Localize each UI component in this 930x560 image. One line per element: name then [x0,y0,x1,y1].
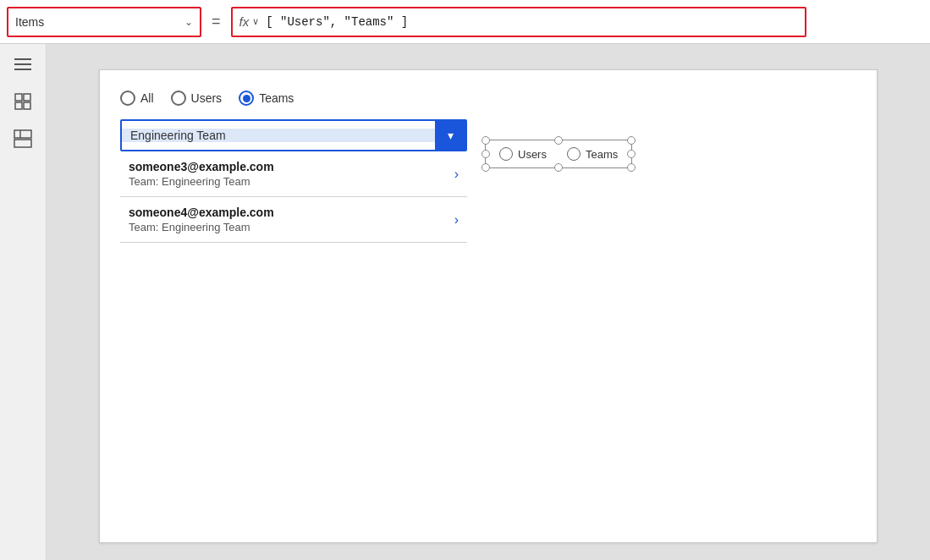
radio-teams-label: Teams [259,91,294,105]
radio-users-label: Users [191,91,223,105]
radio-circle-all [120,91,135,106]
handle-mid-right[interactable] [627,150,636,158]
svg-rect-7 [14,130,31,138]
list-item-1[interactable]: someone4@example.com Team: Engineering T… [120,197,467,243]
radio-users[interactable]: Users [171,91,223,106]
svg-rect-4 [24,94,30,101]
hamburger-icon[interactable] [13,54,33,74]
canvas-frame: All Users Teams Engineering Team ▾ [99,69,878,543]
team-select-label: Engineering Team [122,129,435,142]
handle-top-left[interactable] [482,136,490,145]
list-item-team-1: Team: Engineering Team [129,221,454,233]
items-dropdown-arrow: ⌄ [184,16,193,28]
equals-sign: = [212,13,221,30]
formula-value: [ "Users", "Teams" ] [266,15,408,29]
list-item-email-0: someone3@example.com [129,160,454,173]
radio-circle-users [171,91,186,106]
formula-bar[interactable]: fx ∨ [ "Users", "Teams" ] [231,7,806,37]
grid-icon[interactable] [13,129,33,149]
list-container: someone3@example.com Team: Engineering T… [120,151,467,243]
list-item-chevron-1: › [454,212,459,228]
items-dropdown-label: Items [15,15,178,29]
list-item-0[interactable]: someone3@example.com Team: Engineering T… [120,151,467,197]
handle-bot-left[interactable] [482,163,490,172]
list-item-content-0: someone3@example.com Team: Engineering T… [129,160,454,188]
team-select[interactable]: Engineering Team ▾ [120,119,467,151]
radio-group: All Users Teams [120,91,856,106]
list-item-chevron-0: › [454,167,459,182]
fx-icon: fx [239,14,250,29]
radio-teams[interactable]: Teams [239,91,294,106]
widget-radio-users-label: Users [518,148,547,161]
handle-top-right[interactable] [627,136,636,145]
team-select-arrow-icon: ▾ [448,129,454,142]
handle-mid-left[interactable] [482,150,490,158]
svg-rect-3 [15,94,22,101]
handle-bot-mid[interactable] [554,163,563,172]
widget-radio-circle-users [499,147,513,161]
svg-rect-5 [15,102,22,109]
selection-widget[interactable]: Users Teams [485,140,632,168]
radio-all-label: All [140,91,154,105]
list-item-email-1: someone4@example.com [129,206,454,219]
toolbar: Items ⌄ = fx ∨ [ "Users", "Teams" ] [0,0,930,44]
canvas-area: All Users Teams Engineering Team ▾ [47,44,930,560]
sidebar [0,44,47,560]
team-select-arrow[interactable]: ▾ [435,119,465,151]
svg-rect-8 [14,140,31,147]
layers-icon[interactable] [13,91,33,112]
widget-radio-users[interactable]: Users [499,147,547,161]
list-item-team-0: Team: Engineering Team [129,175,454,188]
fx-chevron: ∨ [252,16,259,27]
items-dropdown[interactable]: Items ⌄ [7,7,201,37]
radio-circle-teams [239,91,254,106]
selection-widget-wrapper[interactable]: Users Teams [485,140,632,168]
radio-all[interactable]: All [120,91,154,106]
handle-bot-right[interactable] [627,163,636,172]
list-item-content-1: someone4@example.com Team: Engineering T… [129,206,454,233]
widget-radio-circle-teams [567,147,581,161]
handle-top-mid[interactable] [554,136,563,145]
svg-rect-6 [24,102,30,109]
main-layout: All Users Teams Engineering Team ▾ [0,44,930,560]
widget-radio-teams[interactable]: Teams [567,147,618,161]
widget-radio-teams-label: Teams [586,148,618,161]
